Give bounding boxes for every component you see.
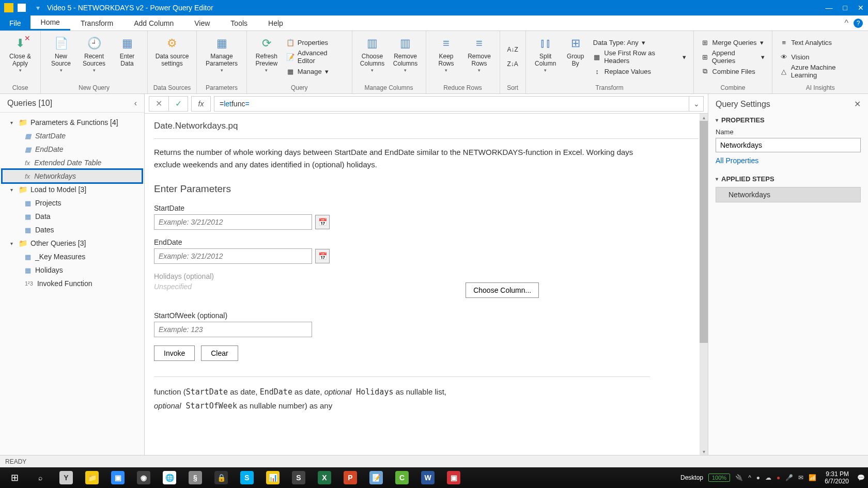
query-data[interactable]: ▦Data — [0, 210, 144, 223]
query-invoked-function[interactable]: 1²3Invoked Function — [0, 277, 144, 290]
enddate-calendar-icon[interactable]: 📅 — [315, 249, 330, 263]
chevron-up-icon[interactable]: ^ — [748, 474, 751, 481]
home-tab[interactable]: Home — [30, 15, 70, 30]
remove-rows-button[interactable]: ≡Remove Rows▾ — [463, 33, 495, 81]
expand-formula-icon[interactable]: ⌄ — [689, 96, 704, 112]
manage-parameters-button[interactable]: ▦Manage Parameters▾ — [201, 33, 242, 81]
data-source-settings-button[interactable]: ⚙Data source settings — [152, 33, 192, 81]
sort-desc-button[interactable]: Z↓A — [506, 57, 519, 71]
add-column-tab[interactable]: Add Column — [123, 15, 184, 30]
close-apply-button[interactable]: ✕⬇ Close & Apply▾ — [4, 33, 36, 81]
folder-parameters-functions[interactable]: ▾📁Parameters & Functions [4] — [0, 116, 144, 129]
powerpoint-icon[interactable]: P — [339, 469, 362, 486]
file-menu[interactable]: File — [0, 15, 30, 30]
maximize-button[interactable]: □ — [843, 4, 847, 12]
azure-ml-button[interactable]: △Azure Machine Learning — [777, 64, 864, 78]
query-holidays[interactable]: ▦Holidays — [0, 263, 144, 277]
group-by-button[interactable]: ⊞Group By — [562, 33, 589, 81]
tray-icon-3[interactable]: ● — [777, 474, 780, 481]
query-projects[interactable]: ▦Projects — [0, 196, 144, 210]
first-row-headers-button[interactable]: ▦Use First Row as Headers ▾ — [590, 50, 689, 64]
refresh-preview-button[interactable]: ⟳Refresh Preview▾ — [251, 33, 282, 81]
tray-icon-1[interactable]: ● — [756, 474, 760, 481]
help-tab[interactable]: Help — [258, 15, 293, 30]
close-window-button[interactable]: ✕ — [858, 4, 864, 12]
query-name-input[interactable] — [716, 138, 861, 152]
zoom-icon[interactable]: ▣ — [106, 469, 129, 486]
commit-formula-button[interactable]: ✓ — [168, 96, 188, 112]
cancel-formula-button[interactable]: ✕ — [149, 96, 168, 112]
folder-other-queries[interactable]: ▾📁Other Queries [3] — [0, 237, 144, 250]
word-icon[interactable]: W — [416, 469, 439, 486]
query-dates[interactable]: ▦Dates — [0, 223, 144, 237]
properties-section-header[interactable]: ▾PROPERTIES — [716, 116, 861, 124]
search-icon[interactable]: ⌕ — [29, 469, 52, 486]
text-analytics-button[interactable]: ≡Text Analytics — [777, 35, 864, 50]
formula-input[interactable]: = let func = — [214, 96, 689, 112]
collapse-ribbon-icon[interactable]: ^ — [844, 19, 848, 28]
taskbar-app-5[interactable]: ▣ — [442, 469, 465, 486]
taskbar-app-2[interactable]: ◉ — [132, 469, 155, 486]
taskbar-app-1[interactable]: Y — [55, 469, 78, 486]
applied-step-networkdays[interactable]: Networkdays — [716, 187, 861, 202]
collapse-queries-icon[interactable]: ‹ — [134, 99, 137, 108]
taskbar-app-3[interactable]: § — [184, 469, 207, 486]
query-key-measures[interactable]: ▦_Key Measures — [0, 250, 144, 263]
notepad-icon[interactable]: 📝 — [365, 469, 388, 486]
fx-icon[interactable]: fx — [191, 96, 211, 112]
new-source-button[interactable]: 📄New Source▾ — [45, 33, 77, 81]
notifications-icon[interactable]: 💬 — [857, 474, 865, 481]
manage-query-button[interactable]: ▦Manage ▾ — [283, 64, 348, 78]
enddate-input[interactable] — [154, 248, 312, 264]
startdate-calendar-icon[interactable]: 📅 — [315, 215, 330, 229]
wifi-icon[interactable]: 📶 — [809, 474, 816, 481]
query-startdate[interactable]: ▦StartDate — [0, 129, 144, 143]
data-type-button[interactable]: Data Type: Any ▾ — [590, 35, 689, 50]
all-properties-link[interactable]: All Properties — [716, 156, 861, 165]
startofweek-input[interactable] — [154, 322, 312, 337]
scrollbar[interactable]: ▴ ▾ — [700, 114, 708, 455]
choose-columns-button[interactable]: ▥Choose Columns▾ — [357, 33, 389, 81]
view-tab[interactable]: View — [184, 15, 220, 30]
merge-queries-button[interactable]: ⊞Merge Queries ▾ — [698, 35, 768, 50]
split-column-button[interactable]: ⫿⫿Split Column▾ — [530, 33, 561, 81]
clear-button[interactable]: Clear — [201, 345, 238, 361]
vision-button[interactable]: 👁Vision — [777, 50, 864, 64]
minimize-button[interactable]: — — [826, 4, 833, 12]
remove-columns-button[interactable]: ▥Remove Columns▾ — [390, 33, 422, 81]
file-explorer-icon[interactable]: 📁 — [81, 469, 103, 486]
folder-load-to-model[interactable]: ▾📁Load to Model [3] — [0, 183, 144, 196]
combine-files-button[interactable]: ⧉Combine Files — [698, 64, 768, 78]
properties-button[interactable]: 📋Properties — [283, 35, 348, 50]
help-icon[interactable]: ? — [854, 19, 863, 28]
tray-icon-2[interactable]: ☁ — [765, 474, 771, 481]
desktop-label[interactable]: Desktop — [680, 474, 703, 481]
snagit-icon[interactable]: S — [287, 469, 310, 486]
powerbi-icon[interactable]: 📊 — [261, 469, 284, 486]
power-icon[interactable]: 🔌 — [735, 474, 743, 481]
save-icon[interactable] — [18, 4, 26, 12]
tray-icon-5[interactable]: ✉ — [798, 474, 803, 481]
excel-icon[interactable]: X — [313, 469, 336, 486]
invoke-button[interactable]: Invoke — [154, 345, 195, 361]
recent-sources-button[interactable]: 🕘Recent Sources▾ — [78, 33, 110, 81]
clock[interactable]: 9:31 PM 6/7/2020 — [822, 470, 852, 485]
skype-icon[interactable]: S — [236, 469, 258, 486]
keep-rows-button[interactable]: ≡Keep Rows▾ — [430, 33, 462, 81]
applied-steps-header[interactable]: ▾APPLIED STEPS — [716, 175, 861, 183]
taskbar-app-4[interactable]: 🔒 — [210, 469, 233, 486]
startdate-input[interactable] — [154, 214, 312, 230]
enter-data-button[interactable]: ▦Enter Data — [111, 33, 143, 81]
tools-tab[interactable]: Tools — [220, 15, 258, 30]
query-networkdays[interactable]: fxNetworkdays — [2, 169, 142, 183]
query-enddate[interactable]: ▦EndDate — [0, 143, 144, 156]
append-queries-button[interactable]: ⊞Append Queries ▾ — [698, 50, 768, 64]
advanced-editor-button[interactable]: 📝Advanced Editor — [283, 50, 348, 64]
replace-values-button[interactable]: ↕Replace Values — [590, 64, 689, 78]
transform-tab[interactable]: Transform — [70, 15, 123, 30]
choose-column-button[interactable]: Choose Column... — [466, 282, 539, 298]
close-settings-icon[interactable]: ✕ — [854, 99, 861, 109]
query-extended-date-table[interactable]: fxExtended Date Table — [0, 156, 144, 169]
battery-indicator[interactable]: 100% — [708, 474, 730, 482]
camtasia-icon[interactable]: C — [391, 469, 413, 486]
